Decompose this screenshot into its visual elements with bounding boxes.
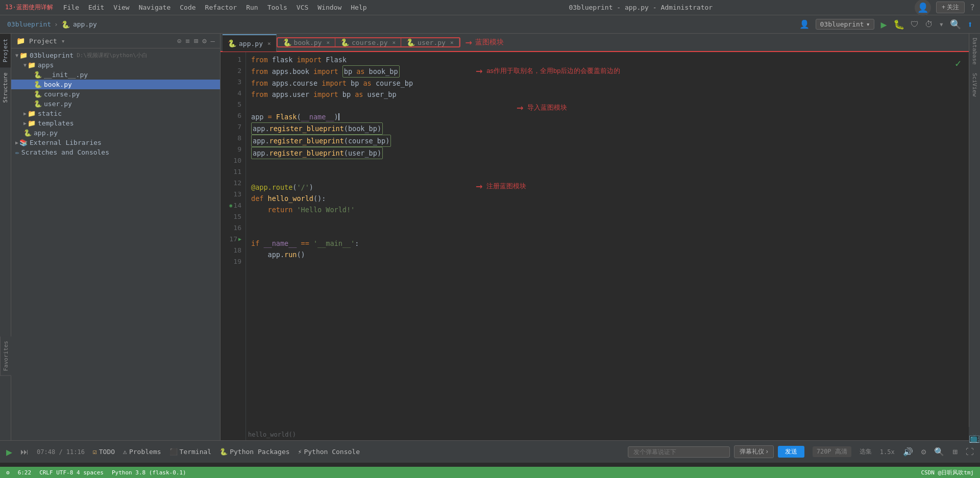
problems-btn[interactable]: ⚠ Problems: [123, 448, 161, 456]
tab-user-close[interactable]: ×: [450, 39, 454, 46]
right-tab-sciview[interactable]: SciView: [969, 69, 980, 100]
settings-icon-bottom[interactable]: ⚙: [921, 447, 926, 457]
breadcrumb-separator: ›: [54, 20, 58, 28]
debug-button[interactable]: 🐛: [893, 19, 904, 30]
terminal-btn[interactable]: ⬛ Terminal: [169, 448, 212, 456]
menu-vcs[interactable]: VCS: [297, 4, 308, 11]
code-line-13: def hello_world():: [251, 193, 969, 204]
breadcrumb-project[interactable]: 03blueprint: [7, 20, 51, 28]
menu-refactor[interactable]: Refactor: [205, 4, 237, 11]
root-path: D:\视频课程\python\小白: [77, 52, 148, 59]
tree-item-static[interactable]: ▶ 📁 static: [11, 109, 220, 118]
video-icon: 📺: [969, 432, 980, 443]
coverage-button[interactable]: 🛡: [911, 19, 919, 29]
menu-view[interactable]: View: [113, 4, 129, 11]
app-py-icon: 🐍: [23, 129, 32, 137]
menu-edit[interactable]: Edit: [88, 4, 104, 11]
tree-root[interactable]: ▼ 📁 03blueprint D:\视频课程\python\小白: [11, 51, 220, 60]
tab-book-close[interactable]: ×: [326, 39, 330, 46]
blueprint-module-label: 蓝图模块: [475, 38, 504, 47]
pip-icon[interactable]: ⊞: [952, 447, 958, 457]
resolution-badge[interactable]: 720P 高清: [813, 446, 851, 457]
tab-course-close[interactable]: ×: [392, 39, 396, 46]
volume-icon[interactable]: 🔊: [903, 447, 913, 457]
tab-app-label: app.py: [239, 40, 263, 47]
split-icon[interactable]: ⊞: [194, 37, 198, 45]
follow-button[interactable]: + 关注: [936, 2, 965, 13]
tree-item-external-libs[interactable]: ▶ 📚 External Libraries: [11, 138, 220, 147]
templates-label: templates: [38, 119, 74, 127]
skip-button[interactable]: ⏭: [20, 447, 29, 457]
panel-dropdown-icon[interactable]: ▾: [61, 37, 65, 45]
sidebar-tab-project[interactable]: Project: [0, 34, 11, 67]
tab-course-py[interactable]: 🐍 course.py ×: [335, 38, 401, 46]
update-icon[interactable]: ⬆: [967, 19, 973, 30]
code-content[interactable]: from flask import Flask from apps.book i…: [246, 52, 969, 440]
gift-button[interactable]: 弹幕礼仪 ›: [734, 445, 773, 458]
tree-item-scratches[interactable]: ✏ Scratches and Consoles: [11, 147, 220, 157]
tree-item-book[interactable]: 🐍 book.py: [11, 80, 220, 89]
speed-label[interactable]: 1.5x: [880, 448, 895, 456]
profile-button[interactable]: ⏱: [925, 19, 933, 29]
python-console-btn[interactable]: ⚡ Python Console: [298, 448, 360, 456]
root-folder-icon: 📁: [19, 52, 28, 59]
run-button[interactable]: ▶: [880, 18, 887, 31]
line-num-4: 4: [220, 88, 241, 99]
menu-run[interactable]: Run: [246, 4, 258, 11]
python-packages-btn[interactable]: 🐍 Python Packages: [219, 448, 289, 456]
code-editor[interactable]: 1 2 3 4 5 6 7 8 9 10 11 12 13 ◉14 15 16 …: [220, 52, 969, 440]
menu-bar[interactable]: File Edit View Navigate Code Refactor Ru…: [63, 4, 367, 11]
video-icon-area[interactable]: 📺: [969, 427, 980, 447]
more-options-icon[interactable]: ▾: [939, 19, 944, 29]
line-num-6: 6: [220, 110, 241, 121]
menu-help[interactable]: Help: [351, 4, 366, 11]
select-label[interactable]: 选集: [860, 447, 872, 456]
todo-btn[interactable]: ☑ TODO: [93, 448, 115, 456]
run-configuration-dropdown[interactable]: 03blueprint ▾: [816, 19, 875, 30]
time-display: 07:48 / 11:16: [37, 448, 85, 456]
line-num-8: 8: [220, 133, 241, 144]
line-num-12: 12: [220, 178, 241, 189]
tree-item-templates[interactable]: ▶ 📁 templates: [11, 118, 220, 128]
menu-tools[interactable]: Tools: [267, 4, 287, 11]
fullscreen-icon[interactable]: ⛶: [966, 447, 974, 457]
collapse-icon[interactable]: ≡: [185, 37, 189, 45]
menu-window[interactable]: Window: [317, 4, 341, 11]
tree-item-app[interactable]: 🐍 app.py: [11, 128, 220, 138]
search-icon[interactable]: 🔍: [950, 19, 961, 30]
tab-app-py[interactable]: 🐍 app.py ×: [223, 34, 277, 52]
code-line-8: app.register_blueprint(course_bp): [251, 135, 969, 147]
menu-code[interactable]: Code: [180, 4, 195, 11]
green-box-line8: app.register_blueprint(course_bp): [251, 135, 391, 147]
bottom-hint: hello_world(): [246, 429, 298, 440]
status-user: CSDN @日听风吹tmj: [921, 469, 974, 476]
terminal-label: Terminal: [180, 448, 212, 456]
tree-item-apps[interactable]: ▼ 📁 apps: [11, 60, 220, 70]
bottom-right-controls: 弹幕礼仪 › 发送 720P 高清 选集 1.5x 🔊 ⚙ 🔍 ⊞ ⛶: [628, 445, 974, 458]
green-box-line9: app.register_blueprint(user_bp): [251, 147, 383, 159]
tree-item-user[interactable]: 🐍 user.py: [11, 99, 220, 109]
tab-book-py[interactable]: 🐍 book.py ×: [278, 38, 335, 46]
menu-navigate[interactable]: Navigate: [139, 4, 171, 11]
search-icon-bottom[interactable]: 🔍: [934, 447, 944, 457]
run-config-label: 03blueprint: [820, 20, 864, 28]
tab-book-icon: 🐍: [283, 38, 291, 46]
message-input[interactable]: [628, 446, 730, 458]
right-tab-database[interactable]: Database: [969, 34, 980, 69]
sidebar-tab-structure[interactable]: Structure: [0, 67, 11, 108]
tab-user-py[interactable]: 🐍 user.py ×: [401, 38, 459, 46]
send-button[interactable]: 发送: [778, 446, 804, 458]
user-icon[interactable]: 👤: [799, 19, 810, 29]
line-num-1: 1: [220, 54, 241, 65]
line-num-18: 18: [220, 245, 241, 256]
tree-item-init[interactable]: 🐍 __init__.py: [11, 70, 220, 80]
tree-item-course[interactable]: 🐍 course.py: [11, 89, 220, 99]
menu-file[interactable]: File: [63, 4, 79, 11]
favorites-tab[interactable]: Favorites: [0, 337, 11, 376]
close-panel-icon[interactable]: —: [211, 37, 215, 45]
settings-icon[interactable]: ⚙: [202, 37, 206, 45]
help-icon[interactable]: ?: [970, 3, 975, 12]
tab-app-close[interactable]: ×: [267, 40, 271, 47]
locate-icon[interactable]: ⊙: [177, 37, 181, 45]
play-pause-button[interactable]: ▶: [6, 446, 12, 458]
